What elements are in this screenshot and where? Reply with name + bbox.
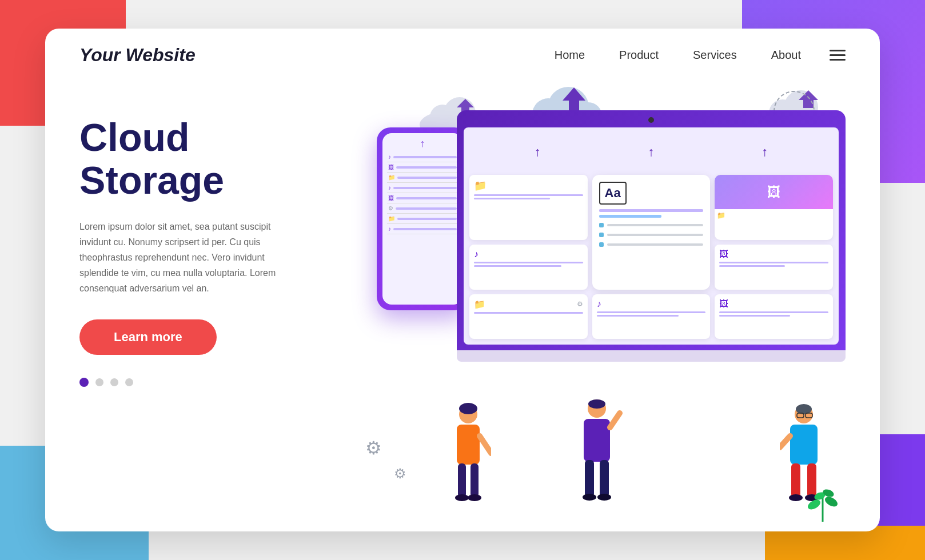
brand-logo[interactable]: Your Website xyxy=(79,45,196,66)
svg-point-21 xyxy=(468,494,481,501)
hamburger-line-1 xyxy=(830,50,846,51)
hamburger-menu[interactable] xyxy=(830,50,846,61)
folder-icon-ph: 📁 xyxy=(388,174,395,181)
svg-point-42 xyxy=(823,495,839,509)
svg-rect-24 xyxy=(584,419,610,462)
dot-4[interactable] xyxy=(125,378,133,386)
folder-icon-2: 📁 xyxy=(474,299,485,310)
gear-icon-1: ⚙ xyxy=(365,437,382,459)
svg-point-20 xyxy=(455,494,469,501)
doc-bullet-1 xyxy=(599,223,704,227)
image-icon-3: 🖼 xyxy=(719,299,728,309)
img-card-1: 🖼 📁 xyxy=(715,175,833,240)
nav-link-home[interactable]: Home xyxy=(555,49,585,61)
main-card: Your Website Home Product Services About xyxy=(45,29,880,531)
dot-2[interactable] xyxy=(95,378,103,386)
svg-point-41 xyxy=(806,498,822,511)
hero-description: Lorem ipsum dolor sit amet, sea putant s… xyxy=(79,219,297,297)
svg-point-28 xyxy=(583,494,596,501)
svg-rect-18 xyxy=(458,463,466,498)
folder-card-6: 🖼 xyxy=(715,294,833,339)
image-icon-2: 🖼 xyxy=(719,249,728,259)
hero-title-line1: Cloud xyxy=(79,115,190,159)
folder-icon-ph2: 📁 xyxy=(388,215,395,222)
laptop-base xyxy=(457,350,846,362)
illustration: ⚙ ⚙ ↑ ♪ 🖼 📁 xyxy=(320,93,846,527)
svg-rect-27 xyxy=(600,460,609,497)
nav-item-services[interactable]: Services xyxy=(693,49,737,62)
content-area: Cloud Storage Lorem ipsum dolor sit amet… xyxy=(45,82,880,527)
navbar: Your Website Home Product Services About xyxy=(45,29,880,82)
laptop-device: ↑ ↑ ↑ 📁 xyxy=(457,110,846,362)
nav-item-product[interactable]: Product xyxy=(619,49,659,62)
svg-line-35 xyxy=(780,436,790,447)
hero-title-line2: Storage xyxy=(79,158,224,202)
folder-card-5: ♪ xyxy=(592,294,711,339)
upload-arrow-1: ↑ xyxy=(535,145,541,159)
music-icon-ph3: ♪ xyxy=(388,226,391,232)
doc-bullet-3 xyxy=(599,242,704,247)
person-1 xyxy=(445,402,491,516)
img-card-icon-1: 📁 xyxy=(715,209,833,222)
doc-header-aa: Aa xyxy=(599,182,627,205)
nav-link-product[interactable]: Product xyxy=(619,49,659,61)
folder-card-4: 📁 ⚙ xyxy=(469,294,588,339)
phone-file-row-3: 📁 xyxy=(387,173,458,183)
hero-title: Cloud Storage xyxy=(79,116,320,202)
image-icon-1: 🖼 xyxy=(767,184,781,200)
phone-file-row-2: 🖼 xyxy=(387,162,458,173)
nav-item-home[interactable]: Home xyxy=(555,49,585,62)
img-preview-1: 🖼 xyxy=(715,175,833,209)
svg-rect-16 xyxy=(457,425,480,465)
svg-rect-36 xyxy=(791,463,800,498)
dot-3[interactable] xyxy=(110,378,118,386)
nav-item-about[interactable]: About xyxy=(771,49,801,62)
doc-bullet-2 xyxy=(599,233,704,237)
music-icon-ph2: ♪ xyxy=(388,185,391,191)
phone-file-row-5: 🖼 xyxy=(387,193,458,203)
nav-link-about[interactable]: About xyxy=(771,49,801,61)
plant-decoration xyxy=(806,476,840,522)
folder-card-2: ♪ xyxy=(469,245,588,290)
gear-icon-laptop-1: ⚙ xyxy=(577,300,583,308)
svg-rect-26 xyxy=(585,460,594,497)
svg-point-29 xyxy=(597,494,611,501)
svg-line-17 xyxy=(480,436,491,453)
music-icon-2: ♪ xyxy=(597,299,601,309)
person-2 xyxy=(571,396,623,516)
nav-links: Home Product Services About xyxy=(555,49,801,62)
music-icon-1: ♪ xyxy=(474,249,479,259)
doc-card-center: Aa xyxy=(592,175,711,290)
svg-point-23 xyxy=(588,399,605,409)
upload-arrow-2: ↑ xyxy=(648,145,654,159)
music-icon-ph: ♪ xyxy=(388,154,391,160)
phone-device: ↑ ♪ 🖼 📁 ♪ xyxy=(377,127,468,310)
hamburger-line-2 xyxy=(830,54,846,56)
gear-icon-ph: ⚙ xyxy=(388,205,393,211)
svg-line-25 xyxy=(610,413,620,427)
folder-card-3: 🖼 xyxy=(715,245,833,290)
phone-screen: ↑ ♪ 🖼 📁 ♪ xyxy=(382,133,462,305)
left-section: Cloud Storage Lorem ipsum dolor sit amet… xyxy=(79,93,320,387)
phone-upload-arrow: ↑ xyxy=(387,138,458,150)
upload-arrow-3: ↑ xyxy=(761,145,768,159)
svg-rect-34 xyxy=(790,425,818,465)
svg-rect-19 xyxy=(471,463,479,498)
gear-icon-2: ⚙ xyxy=(394,466,406,482)
svg-point-15 xyxy=(459,403,477,414)
image-icon-ph: 🖼 xyxy=(388,164,394,170)
folder-icon-1: 📁 xyxy=(474,179,487,192)
dot-1[interactable] xyxy=(79,378,89,387)
laptop-content: ↑ ↑ ↑ 📁 xyxy=(464,127,839,345)
image-icon-ph2: 🖼 xyxy=(388,195,394,201)
nav-link-services[interactable]: Services xyxy=(693,49,737,61)
phone-file-row-6: ⚙ xyxy=(387,203,458,214)
laptop-screen: ↑ ↑ ↑ 📁 xyxy=(457,110,846,350)
phone-file-row-1: ♪ xyxy=(387,152,458,162)
learn-more-button[interactable]: Learn more xyxy=(79,319,217,355)
phone-file-row-7: 📁 xyxy=(387,214,458,224)
svg-point-38 xyxy=(789,494,803,501)
pagination-dots xyxy=(79,378,320,387)
folder-card-1: 📁 xyxy=(469,175,588,240)
phone-file-row-8: ♪ xyxy=(387,224,458,234)
